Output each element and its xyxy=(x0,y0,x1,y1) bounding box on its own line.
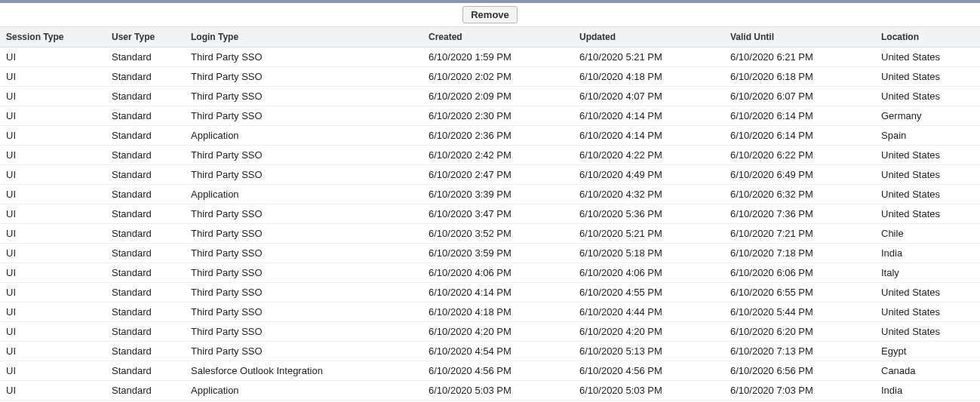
cell-user-type: Standard xyxy=(106,185,185,204)
cell-session-type: UI xyxy=(0,106,106,126)
col-header-location[interactable]: Location xyxy=(875,27,980,48)
cell-updated: 6/10/2020 4:44 PM xyxy=(573,302,724,322)
cell-updated: 6/10/2020 4:14 PM xyxy=(573,106,724,126)
cell-location: United States xyxy=(875,87,980,106)
cell-session-type: UI xyxy=(0,185,106,204)
cell-location: India xyxy=(875,244,980,263)
col-header-login-type[interactable]: Login Type xyxy=(185,27,422,48)
cell-created: 6/10/2020 1:59 PM xyxy=(422,48,573,67)
col-header-valid-until[interactable]: Valid Until xyxy=(724,27,875,48)
cell-login-type: Third Party SSO xyxy=(185,302,422,322)
cell-created: 6/10/2020 2:09 PM xyxy=(422,87,573,106)
cell-valid-until: 6/10/2020 6:22 PM xyxy=(724,146,875,165)
cell-location: Canada xyxy=(875,361,980,381)
cell-updated: 6/10/2020 5:36 PM xyxy=(573,204,724,224)
table-row[interactable]: UIStandardThird Party SSO6/10/2020 2:47 … xyxy=(0,165,980,185)
cell-valid-until: 6/10/2020 7:18 PM xyxy=(724,244,875,263)
table-row[interactable]: UIStandardThird Party SSO6/10/2020 2:30 … xyxy=(0,106,980,126)
table-row[interactable]: UIStandardThird Party SSO6/10/2020 3:47 … xyxy=(0,204,980,224)
table-row[interactable]: UIStandardThird Party SSO6/10/2020 4:54 … xyxy=(0,342,980,361)
table-row[interactable]: UIStandardApplication6/10/2020 5:03 PM6/… xyxy=(0,381,980,400)
table-row[interactable]: UIStandardThird Party SSO6/10/2020 4:14 … xyxy=(0,283,980,302)
cell-location: United States xyxy=(875,204,980,224)
cell-location: United States xyxy=(875,165,980,185)
cell-created: 6/10/2020 4:54 PM xyxy=(422,342,573,361)
cell-updated: 6/10/2020 4:55 PM xyxy=(573,283,724,302)
cell-session-type: UI xyxy=(0,283,106,302)
cell-user-type: Standard xyxy=(106,165,185,185)
cell-valid-until: 6/10/2020 7:21 PM xyxy=(724,224,875,244)
cell-updated: 6/10/2020 4:06 PM xyxy=(573,263,724,283)
cell-session-type: UI xyxy=(0,146,106,165)
cell-user-type: Standard xyxy=(106,302,185,322)
cell-location: United States xyxy=(875,283,980,302)
table-row[interactable]: UIStandardApplication6/10/2020 3:39 PM6/… xyxy=(0,185,980,204)
cell-updated: 6/10/2020 4:14 PM xyxy=(573,126,724,146)
toolbar: Remove xyxy=(0,3,980,27)
cell-location: United States xyxy=(875,146,980,165)
cell-login-type: Third Party SSO xyxy=(185,322,422,342)
table-row[interactable]: UIStandardThird Party SSO6/10/2020 3:52 … xyxy=(0,224,980,244)
cell-valid-until: 6/10/2020 6:14 PM xyxy=(724,106,875,126)
table-row[interactable]: UIStandardThird Party SSO6/10/2020 4:20 … xyxy=(0,322,980,342)
cell-user-type: Standard xyxy=(106,67,185,87)
cell-user-type: Standard xyxy=(106,342,185,361)
cell-created: 6/10/2020 4:20 PM xyxy=(422,322,573,342)
table-row[interactable]: UIStandardThird Party SSO6/10/2020 1:59 … xyxy=(0,48,980,67)
table-row[interactable]: UIStandardThird Party SSO6/10/2020 2:42 … xyxy=(0,146,980,165)
cell-login-type: Application xyxy=(185,381,422,400)
cell-session-type: UI xyxy=(0,224,106,244)
cell-created: 6/10/2020 3:47 PM xyxy=(422,204,573,224)
cell-login-type: Third Party SSO xyxy=(185,67,422,87)
col-header-user-type[interactable]: User Type xyxy=(106,27,185,48)
cell-created: 6/10/2020 3:59 PM xyxy=(422,244,573,263)
cell-valid-until: 6/10/2020 6:07 PM xyxy=(724,87,875,106)
table-row[interactable]: UIStandardThird Party SSO6/10/2020 4:06 … xyxy=(0,263,980,283)
cell-created: 6/10/2020 2:30 PM xyxy=(422,106,573,126)
cell-updated: 6/10/2020 5:21 PM xyxy=(573,48,724,67)
cell-valid-until: 6/10/2020 6:32 PM xyxy=(724,185,875,204)
table-row[interactable]: UIStandardSalesforce Outlook Integration… xyxy=(0,361,980,381)
cell-location: India xyxy=(875,381,980,400)
cell-valid-until: 6/10/2020 6:56 PM xyxy=(724,361,875,381)
cell-user-type: Standard xyxy=(106,263,185,283)
cell-location: United States xyxy=(875,302,980,322)
cell-location: United States xyxy=(875,322,980,342)
col-header-session-type[interactable]: Session Type xyxy=(0,27,106,48)
cell-session-type: UI xyxy=(0,244,106,263)
cell-user-type: Standard xyxy=(106,146,185,165)
table-row[interactable]: UIStandardThird Party SSO6/10/2020 4:18 … xyxy=(0,302,980,322)
cell-updated: 6/10/2020 4:32 PM xyxy=(573,185,724,204)
cell-login-type: Third Party SSO xyxy=(185,48,422,67)
remove-button[interactable]: Remove xyxy=(462,6,518,23)
cell-user-type: Standard xyxy=(106,87,185,106)
cell-login-type: Application xyxy=(185,185,422,204)
cell-user-type: Standard xyxy=(106,126,185,146)
cell-valid-until: 6/10/2020 7:13 PM xyxy=(724,342,875,361)
cell-location: Spain xyxy=(875,126,980,146)
cell-valid-until: 6/10/2020 6:55 PM xyxy=(724,283,875,302)
cell-updated: 6/10/2020 4:07 PM xyxy=(573,87,724,106)
table-row[interactable]: UIStandardApplication6/10/2020 2:36 PM6/… xyxy=(0,126,980,146)
cell-session-type: UI xyxy=(0,263,106,283)
cell-created: 6/10/2020 2:02 PM xyxy=(422,67,573,87)
col-header-created[interactable]: Created xyxy=(422,27,573,48)
cell-created: 6/10/2020 2:42 PM xyxy=(422,146,573,165)
cell-updated: 6/10/2020 5:18 PM xyxy=(573,244,724,263)
cell-user-type: Standard xyxy=(106,224,185,244)
cell-login-type: Third Party SSO xyxy=(185,263,422,283)
cell-location: Egypt xyxy=(875,342,980,361)
cell-login-type: Third Party SSO xyxy=(185,342,422,361)
cell-location: United States xyxy=(875,48,980,67)
table-row[interactable]: UIStandardThird Party SSO6/10/2020 3:59 … xyxy=(0,244,980,263)
cell-location: Chile xyxy=(875,224,980,244)
cell-valid-until: 6/10/2020 5:44 PM xyxy=(724,302,875,322)
cell-location: Italy xyxy=(875,263,980,283)
cell-session-type: UI xyxy=(0,381,106,400)
cell-user-type: Standard xyxy=(106,48,185,67)
col-header-updated[interactable]: Updated xyxy=(573,27,724,48)
cell-valid-until: 6/10/2020 6:49 PM xyxy=(724,165,875,185)
table-row[interactable]: UIStandardThird Party SSO6/10/2020 2:09 … xyxy=(0,87,980,106)
table-row[interactable]: UIStandardThird Party SSO6/10/2020 2:02 … xyxy=(0,67,980,87)
cell-valid-until: 6/10/2020 6:21 PM xyxy=(724,48,875,67)
